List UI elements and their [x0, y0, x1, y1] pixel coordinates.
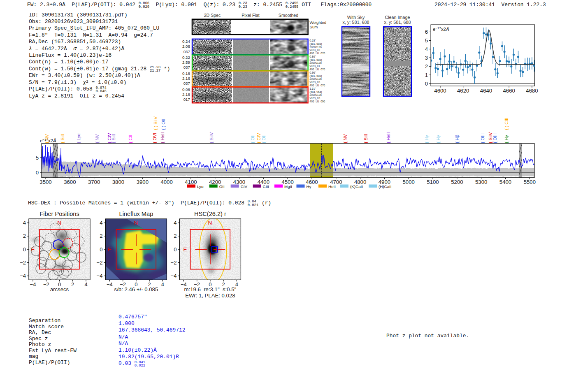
svg-text:2: 2 [100, 233, 102, 239]
svg-text:N: N [57, 220, 61, 226]
svg-text:1: 1 [425, 72, 428, 78]
svg-text:0: 0 [100, 246, 102, 253]
svg-text:0.22: 0.22 [182, 55, 190, 60]
svg-text:s/b: 2.46 +/- 0.085: s/b: 2.46 +/- 0.085 [114, 286, 158, 292]
svg-text:{ OII: { OII [261, 135, 266, 143]
svg-text:E: E [108, 246, 111, 253]
svg-text:5500: 5500 [524, 179, 536, 185]
svg-text:2: 2 [71, 281, 74, 288]
svg-text:0.18: 0.18 [182, 71, 190, 76]
svg-text:Lyα: Lyα [197, 184, 204, 189]
svg-text:{ SiIV: { SiIV [209, 132, 214, 143]
svg-text:4640: 4640 [480, 88, 492, 94]
svg-text:4: 4 [161, 281, 164, 288]
svg-text:{ OVI: { OVI [152, 133, 157, 143]
svg-text:(K)CaII: (K)CaII [350, 184, 363, 189]
svg-text:Smoothed: Smoothed [279, 13, 298, 18]
svg-text:405_LU_096: 405_LU_096 [310, 100, 325, 103]
svg-text:{ Hγ: { Hγ [504, 135, 509, 143]
svg-text:+: + [58, 248, 60, 252]
svg-text:Lineflux Map: Lineflux Map [119, 211, 153, 217]
svg-text:{ HeII: { HeII [160, 132, 165, 143]
svg-text:20200126: 20200126 [310, 61, 322, 64]
svg-text:{ CII: { CII [128, 135, 133, 143]
svg-text:Clean Image: Clean Image [385, 15, 410, 20]
svg-text:2: 2 [174, 233, 177, 239]
svg-text:4600: 4600 [434, 88, 446, 94]
svg-text:E: E [183, 246, 187, 253]
svg-text:3700: 3700 [88, 179, 100, 185]
svg-text:4: 4 [174, 220, 177, 226]
svg-text:Pixel Flat: Pixel Flat [242, 13, 260, 18]
svg-text:E: E [31, 246, 35, 253]
svg-text:2.59: 2.59 [182, 60, 190, 65]
svg-text:0.63": 0.63" [310, 39, 316, 42]
svg-text:−4: −4 [97, 273, 103, 279]
svg-text:4: 4 [84, 281, 87, 288]
svg-text:037: 037 [183, 65, 190, 70]
svg-text:EWr: 1, PLAE: 0.028: EWr: 1, PLAE: 0.028 [185, 292, 235, 299]
svg-text:x, y: 581, 688: x, y: 581, 688 [343, 20, 369, 25]
svg-text:5: 5 [36, 155, 39, 161]
svg-text:20200126: 20200126 [310, 46, 322, 49]
svg-text:{ OIII: { OIII [492, 133, 497, 143]
svg-text:{ OIII: { OIII [480, 133, 485, 143]
svg-text:4660: 4660 [503, 88, 515, 94]
svg-text:3: 3 [425, 55, 428, 61]
svg-text:2.16: 2.16 [182, 76, 190, 81]
svg-text:3900: 3900 [137, 179, 149, 185]
svg-text:x, y: 581, 688: x, y: 581, 688 [384, 20, 411, 25]
svg-text:{ Hγ: { Hγ [424, 135, 429, 143]
svg-text:OII: OII [219, 184, 225, 189]
svg-text:0.08: 0.08 [182, 87, 190, 92]
svg-text:With Sky: With Sky [347, 15, 365, 20]
svg-text:−2: −2 [20, 260, 26, 266]
svg-text:Weighted: Weighted [310, 20, 327, 25]
svg-text:2D Spec: 2D Spec [204, 13, 221, 18]
svg-text:20200126: 20200126 [310, 93, 322, 96]
svg-text:{ Hβ: { Hβ [455, 135, 460, 143]
svg-text:5000: 5000 [403, 179, 415, 185]
svg-text:0: 0 [425, 81, 428, 87]
svg-text:037: 037 [183, 81, 190, 86]
svg-text:0: 0 [174, 246, 177, 253]
svg-text:3500: 3500 [39, 179, 51, 185]
svg-text:0: 0 [23, 246, 26, 253]
svg-text:2: 2 [23, 233, 26, 239]
svg-text:(H)CaII: (H)CaII [379, 184, 392, 189]
svg-text:5300: 5300 [475, 179, 487, 185]
svg-text:HSC(26.2) r: HSC(26.2) r [194, 211, 226, 217]
svg-text:{ NV: { NV [44, 134, 49, 143]
svg-text:HeII: HeII [328, 184, 336, 189]
svg-text:405_LU_076: 405_LU_076 [310, 84, 325, 87]
svg-text:5100: 5100 [427, 179, 439, 185]
svg-text:{ HeII: { HeII [386, 132, 391, 143]
svg-text:N: N [134, 220, 138, 226]
svg-text:4: 4 [23, 220, 26, 226]
svg-text:0.24: 0.24 [182, 39, 190, 44]
svg-text:0.86": 0.86" [310, 55, 316, 58]
svg-text:−2: −2 [171, 260, 177, 266]
svg-text:−4: −4 [107, 281, 113, 288]
svg-text:Fiber Positions: Fiber Positions [39, 211, 79, 217]
svg-text:405_LU_076: 405_LU_076 [310, 68, 325, 71]
svg-text:N: N [208, 220, 212, 226]
svg-text:2: 2 [425, 63, 428, 70]
svg-text:6: 6 [425, 29, 428, 35]
svg-text:20200126: 20200126 [310, 77, 322, 80]
svg-text:−2: −2 [97, 260, 103, 266]
svg-text:{ ( SiIV: { ( SiIV [153, 116, 158, 130]
svg-text:1.61": 1.61" [310, 87, 316, 90]
svg-text:4: 4 [425, 46, 428, 52]
svg-text:{ ( OII: { ( OII [161, 118, 166, 130]
svg-text:4: 4 [100, 220, 102, 226]
svg-text:4000: 4000 [160, 179, 172, 185]
svg-text:{ CIV: { CIV [256, 133, 261, 143]
svg-text:{ SiII: { SiII [60, 134, 65, 143]
svg-text:037: 037 [183, 49, 190, 54]
svg-text:{ NV: { NV [95, 134, 100, 143]
svg-text:−2: −2 [43, 281, 49, 288]
svg-text:{ SiII: { SiII [363, 134, 368, 143]
svg-text:017: 017 [183, 97, 190, 102]
svg-text:−4: −4 [20, 273, 26, 279]
